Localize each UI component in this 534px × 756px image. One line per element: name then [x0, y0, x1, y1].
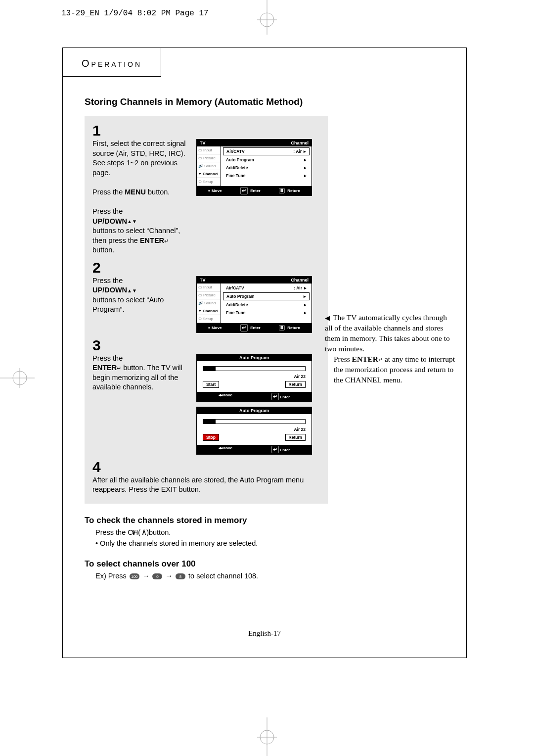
arrow-right-icon [304, 149, 306, 154]
channel-icon: ✦ [198, 309, 202, 313]
step1-text: First, select the correct signal source … [92, 139, 191, 255]
autoprog-start-button: Start [203, 381, 219, 388]
osd1-row-adddelete: Add/Delete [226, 165, 248, 170]
osd1-foot-return: Return [287, 189, 300, 193]
osd2-side-picture: Picture [203, 293, 216, 297]
triangle-down-icon: ▼ [132, 287, 137, 294]
step2-updown-bold: UP/DOWN [92, 286, 127, 294]
autoprog1-foot-enter: Enter [280, 395, 290, 399]
step1-menu-bold: MENU [125, 188, 146, 196]
enter-icon [271, 446, 279, 453]
osd2-sidebar: ▭Input ▭Picture 🔊Sound ✦Channel ⚙Setup [197, 284, 221, 323]
side-note-enter-bold: ENTER [352, 355, 378, 363]
step1-para2a: Press the [92, 188, 125, 196]
enter-icon [378, 355, 383, 363]
page-footer: English-17 [85, 629, 445, 638]
setup-icon: ⚙ [198, 317, 202, 321]
remote-100-button-icon: 100 [130, 573, 139, 579]
over100-heading: To select channels over 100 [85, 559, 445, 569]
osd2-row-adddelete: Add/Delete [226, 302, 248, 307]
osd1-row-autoprog: Auto Program [226, 157, 254, 162]
osd-screenshot-2: TV Channel ▭Input ▭Picture 🔊Sound ✦Chann… [196, 276, 312, 333]
osd1-channel-label: Channel [291, 141, 309, 145]
step-number-4: 4 [92, 460, 320, 474]
sound-icon: 🔊 [198, 164, 203, 168]
osd1-foot-enter: Enter [250, 189, 260, 193]
osd2-side-input: Input [203, 285, 212, 289]
updown-icon: ♦ [208, 189, 210, 193]
arrow-right-icon [304, 294, 306, 299]
svg-point-7 [13, 371, 27, 385]
over100-ex-b: to select channel 108. [188, 572, 258, 580]
side-note: ◀The TV automatically cycles through all… [325, 313, 455, 385]
osd-screenshot-1: TV Channel ▭Input ▭Picture 🔊Sound ✦Chann… [196, 139, 312, 196]
osd1-side-setup: Setup [203, 180, 213, 184]
remote-8-button-icon: 8 [176, 573, 185, 579]
step2-text: Press the UP/DOWN▲▼ buttons to select “A… [92, 276, 191, 315]
step1-updown-bold: UP/DOWN [92, 217, 127, 225]
running-header: 13-29_EN 1/9/04 8:02 PM Page 17 [61, 9, 209, 18]
osd1-sidebar: ▭Input ▭Picture 🔊Sound ✦Channel ⚙Setup [197, 146, 221, 186]
autoprog1-foot-move: Move [222, 393, 232, 397]
chevron-up-icon: ∧ [141, 528, 147, 536]
osd2-side-channel: Channel [203, 309, 219, 313]
leftright-icon: ◂▸ [219, 393, 222, 397]
osd1-row-aircatv-val: : Air [293, 149, 302, 154]
osd1-side-input: Input [203, 148, 212, 152]
enter-icon [164, 236, 169, 244]
step1-para3e: button. [92, 246, 114, 254]
osd2-row-finetune: Fine Tune [226, 310, 246, 315]
autoprog2-title: Auto Program [197, 407, 312, 414]
page-frame: Operation Storing Channels in Memory (Au… [62, 47, 467, 658]
autoprog2-air: Air 22 [294, 427, 306, 432]
progress-bar-icon [203, 366, 306, 371]
osd2-foot-move: Move [212, 326, 222, 330]
picture-icon: ▭ [198, 293, 202, 297]
step2-para1a: Press the [92, 277, 123, 284]
arrow-right-icon [304, 302, 307, 307]
osd1-tv-label: TV [200, 141, 206, 145]
step-number-3: 3 [92, 338, 320, 353]
osd1-side-channel: Channel [203, 172, 219, 176]
picture-icon: ▭ [198, 156, 202, 160]
leftright-icon: ◂▸ [219, 446, 222, 450]
arrow-right-icon [304, 157, 307, 162]
return-box-icon: Ⅲ [279, 188, 285, 193]
svg-point-4 [260, 730, 274, 744]
channel-icon: ✦ [198, 172, 202, 176]
chevron-down-icon: ∨ [131, 528, 136, 536]
autoprog2-foot-move: Move [222, 446, 232, 450]
updown-icon: ♦ [208, 326, 210, 330]
autoprogram-screenshot-stop: Auto Program Air 22 Stop Return ◂▸Move E… [196, 407, 312, 455]
enter-icon [240, 324, 248, 331]
osd2-side-setup: Setup [203, 317, 213, 321]
autoprog1-title: Auto Program [197, 354, 312, 361]
side-note-p2a: Press [334, 355, 352, 363]
triangle-up-icon: ▲ [127, 218, 132, 225]
sound-icon: 🔊 [198, 301, 203, 305]
progress-bar-icon [203, 419, 306, 424]
arrow-right-icon [304, 285, 307, 290]
arrow-right-icon [304, 310, 307, 315]
triangle-left-icon: ◀ [325, 314, 330, 322]
step2-para1c: buttons to select “Auto Program”. [92, 296, 164, 314]
enter-icon [117, 364, 121, 372]
osd1-row-aircatv: Air/CATV [226, 149, 245, 154]
osd2-channel-label: Channel [291, 278, 309, 283]
page-title: Storing Channels in Memory (Automatic Me… [85, 96, 445, 107]
osd2-tv-label: TV [200, 278, 206, 283]
autoprog-return-button: Return [285, 381, 306, 388]
svg-point-1 [260, 13, 274, 27]
check-line2: • Only the channels stored in memory are… [95, 539, 445, 547]
osd2-foot-enter: Enter [250, 326, 260, 330]
check-line1: Press the CH( / )button. ∨ ∧ [95, 528, 445, 536]
step1-enter-bold: ENTER [140, 236, 164, 244]
over100-ex-a: Ex) Press [95, 572, 129, 580]
step1-para1: First, select the correct signal source … [92, 140, 186, 177]
return-box-icon: Ⅲ [279, 325, 285, 331]
input-icon: ▭ [198, 285, 202, 289]
autoprog-stop-button: Stop [203, 434, 219, 441]
enter-icon [271, 393, 279, 400]
autoprogram-screenshot-start: Auto Program Air 22 Start Return ◂▸Move … [196, 354, 312, 402]
step1-para2c: button. [146, 188, 170, 196]
